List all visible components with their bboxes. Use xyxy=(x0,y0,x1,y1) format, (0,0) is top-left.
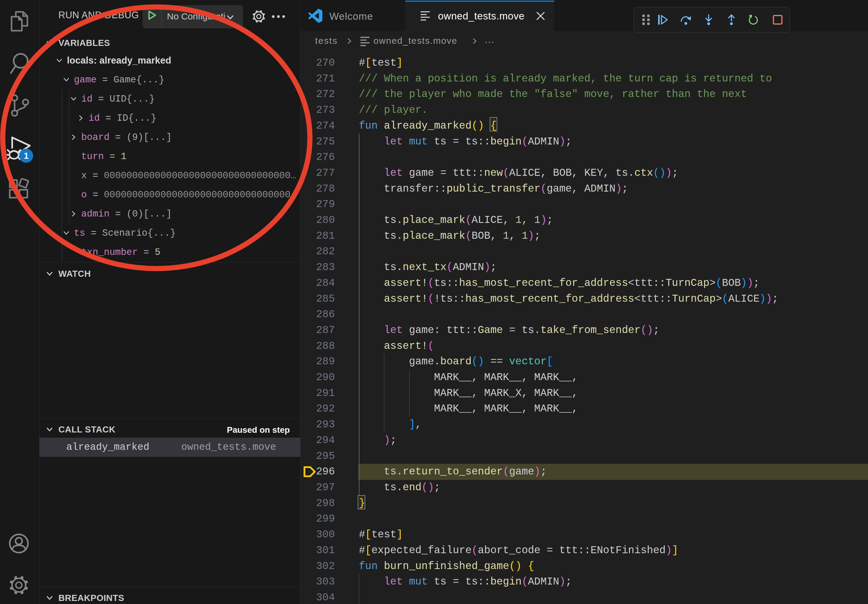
svg-text:1: 1 xyxy=(24,151,29,161)
